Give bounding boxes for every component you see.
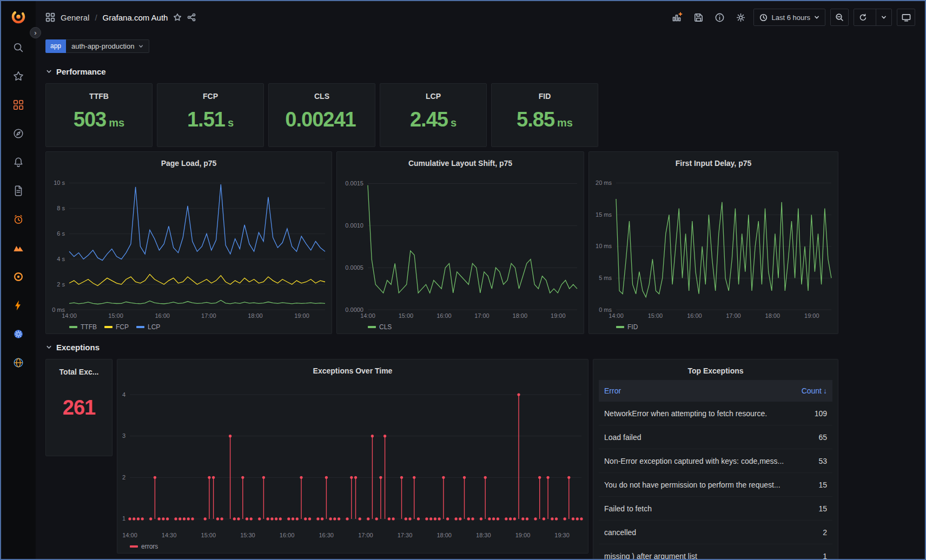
kiosk-tv-button[interactable]: [897, 9, 915, 26]
search-icon[interactable]: [12, 42, 24, 54]
svg-text:19:00: 19:00: [294, 312, 309, 319]
stat-unit: s: [451, 117, 457, 129]
panel-title[interactable]: First Input Delay, p75: [589, 155, 838, 171]
panel-title[interactable]: Exceptions Over Time: [117, 363, 588, 379]
section-performance[interactable]: Performance: [45, 64, 915, 79]
variable-label: app: [45, 39, 66, 53]
variable-app-picker[interactable]: app auth-app-production: [45, 39, 149, 53]
svg-text:16:00: 16:00: [436, 312, 452, 319]
star-icon[interactable]: [173, 13, 182, 22]
oncall-icon[interactable]: [12, 214, 24, 225]
svg-text:10 s: 10 s: [54, 179, 65, 186]
panel-cls: CLS 0.00241: [268, 83, 375, 147]
breadcrumb-section[interactable]: General: [61, 13, 89, 22]
count-cell: 2: [823, 528, 827, 537]
sort-desc-icon: ↓: [823, 386, 827, 395]
svg-text:18:00: 18:00: [513, 312, 528, 319]
time-range-picker[interactable]: Last 6 hours: [753, 9, 825, 26]
svg-text:19:00: 19:00: [551, 312, 566, 319]
legend-item[interactable]: CLS: [368, 323, 392, 331]
cls-legend: CLS: [337, 321, 584, 334]
starred-icon[interactable]: [12, 70, 24, 82]
panel-title[interactable]: LCP: [380, 88, 486, 104]
stat-unit: ms: [109, 117, 124, 129]
add-panel-button[interactable]: [669, 9, 685, 25]
panel-title[interactable]: Top Exceptions: [599, 363, 832, 379]
error-cell: Load failed: [604, 433, 818, 442]
cls-chart[interactable]: 0.00000.00050.00100.001514:0015:0016:001…: [337, 171, 584, 321]
stat-number: 5.85: [517, 109, 554, 131]
sidebar-expand-button[interactable]: ›: [30, 27, 41, 38]
breadcrumb-title[interactable]: Grafana.com Auth: [103, 13, 168, 22]
panel-title[interactable]: FCP: [157, 88, 263, 104]
svg-text:3: 3: [122, 432, 125, 439]
bolt-icon[interactable]: [12, 299, 24, 311]
kubernetes-icon[interactable]: [12, 328, 24, 340]
incident-icon[interactable]: [12, 271, 24, 283]
legend-item[interactable]: FID: [616, 323, 638, 331]
grafana-logo[interactable]: [10, 9, 27, 25]
panel-title[interactable]: TTFB: [46, 88, 152, 104]
legend-item[interactable]: TTFB: [69, 323, 97, 331]
panel-title[interactable]: Cumulative Layout Shift, p75: [337, 155, 584, 171]
legend-item[interactable]: errors: [130, 543, 158, 550]
share-icon[interactable]: [187, 13, 196, 22]
stat-unit: ms: [557, 117, 573, 129]
page-load-chart[interactable]: 0 ms2 s4 s6 s8 s10 s14:0015:0016:0017:00…: [46, 171, 332, 321]
fid-legend: FID: [589, 321, 838, 334]
document-icon[interactable]: [12, 185, 24, 197]
section-title: Exceptions: [56, 343, 100, 352]
panel-fcp: FCP 1.51 s: [157, 83, 264, 147]
svg-text:0 ms: 0 ms: [599, 306, 612, 313]
exceptions-chart[interactable]: 123414:0014:3015:0015:3016:0016:3017:001…: [117, 379, 588, 540]
refresh-button[interactable]: [854, 9, 872, 25]
explore-icon[interactable]: [12, 128, 24, 139]
table-header: Error Count ↓: [599, 380, 832, 402]
legend-item[interactable]: FCP: [104, 323, 129, 331]
svg-text:10 ms: 10 ms: [596, 243, 612, 249]
globe-icon[interactable]: [12, 357, 24, 369]
svg-text:16:30: 16:30: [319, 532, 334, 538]
alerting-icon[interactable]: [12, 156, 24, 168]
dashboards-icon[interactable]: [12, 99, 24, 111]
panel-title[interactable]: FID: [492, 88, 598, 104]
panel-title[interactable]: Total Exc...: [46, 364, 112, 380]
table-row: cancelled2: [599, 521, 832, 544]
panel-top-exceptions: Top Exceptions Error Count ↓ NetworkErro…: [593, 359, 838, 559]
panel-exceptions-over-time: Exceptions Over Time 123414:0014:3015:00…: [117, 359, 588, 554]
exceptions-row: Total Exc... 261 Exceptions Over Time 12…: [45, 359, 915, 559]
error-cell: cancelled: [604, 528, 823, 537]
dashboard-info-button[interactable]: [711, 9, 727, 25]
svg-text:0 ms: 0 ms: [52, 306, 65, 313]
stats-row: TTFB 503 ms FCP 1.51 s CLS 0.: [45, 83, 915, 147]
variables-bar: app auth-app-production: [36, 34, 925, 58]
timeseries-row: Page Load, p75 0 ms2 s4 s6 s8 s10 s14:00…: [45, 151, 915, 334]
column-header-error[interactable]: Error: [604, 386, 802, 395]
svg-text:16:00: 16:00: [155, 312, 170, 319]
legend-swatch: [368, 326, 376, 328]
column-header-count[interactable]: Count ↓: [802, 386, 827, 395]
legend-swatch: [616, 326, 624, 328]
svg-text:14:00: 14:00: [62, 312, 77, 319]
main-area: General / Grafana.com Auth: [36, 1, 925, 559]
table-row: NetworkError when attempting to fetch re…: [599, 402, 832, 425]
svg-text:15:00: 15:00: [108, 312, 123, 319]
legend-swatch: [136, 326, 144, 328]
legend-item[interactable]: LCP: [136, 323, 160, 331]
svg-text:15:00: 15:00: [648, 312, 663, 319]
svg-text:15:00: 15:00: [399, 312, 414, 319]
refresh-interval-dropdown[interactable]: [876, 9, 891, 25]
dashboard-settings-button[interactable]: [732, 9, 749, 25]
fid-chart[interactable]: 0 ms5 ms10 ms15 ms20 ms14:0015:0016:0017…: [589, 171, 838, 321]
zoom-out-button[interactable]: [830, 9, 849, 26]
panel-title[interactable]: CLS: [269, 88, 375, 104]
save-dashboard-button[interactable]: [690, 9, 706, 25]
navbar-toolbar: Last 6 hours: [669, 9, 915, 26]
stat-unit: s: [228, 117, 234, 129]
panel-title[interactable]: Page Load, p75: [46, 155, 332, 171]
stat-number: 503: [74, 109, 106, 131]
svg-text:0.0005: 0.0005: [345, 264, 363, 271]
cloud-icon[interactable]: [12, 242, 24, 254]
section-exceptions[interactable]: Exceptions: [45, 339, 915, 355]
svg-text:18:00: 18:00: [765, 312, 781, 319]
